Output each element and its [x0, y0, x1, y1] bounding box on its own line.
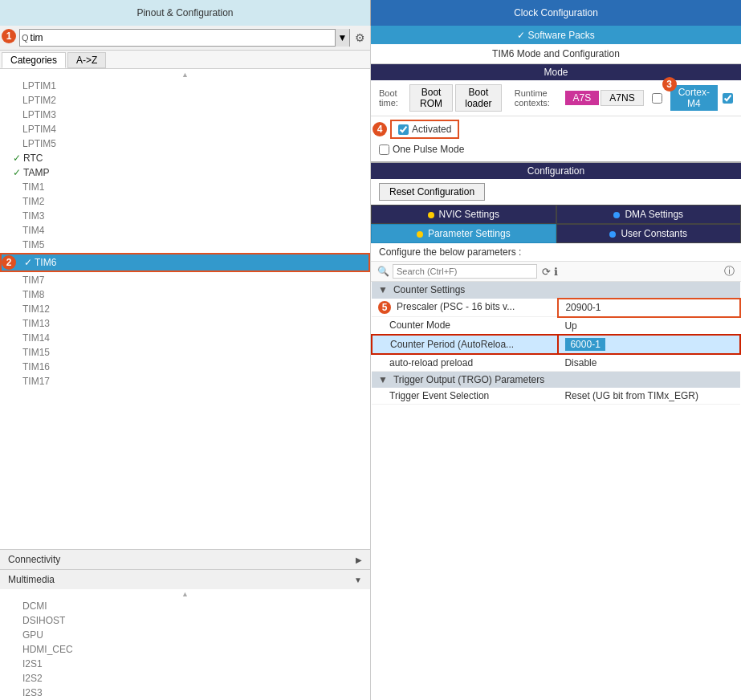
list-item-tim17[interactable]: TIM17 [0, 374, 370, 389]
boot-rom-button[interactable]: Boot ROM [409, 84, 453, 112]
multimedia-section: Multimedia ▼ ▲ DCMI DSIHOST GPU HDMI_CEC… [0, 569, 370, 700]
nvic-settings-tab[interactable]: NVIC Settings [371, 205, 556, 224]
badge-5: 5 [378, 301, 391, 314]
connectivity-arrow-icon: ▶ [356, 556, 362, 564]
badge-1: 1 [2, 29, 16, 43]
multimedia-header[interactable]: Multimedia ▼ [0, 570, 370, 589]
list-item-tim4[interactable]: TIM4 [0, 223, 370, 238]
list-item-dsihost[interactable]: DSIHOST [0, 613, 370, 628]
boot-row: Boot time: Boot ROM Boot loader Runtime … [371, 80, 741, 116]
tab-az[interactable]: A->Z [67, 52, 106, 68]
config-describe: Configure the below parameters : [371, 243, 741, 262]
reset-config-button[interactable]: Reset Configuration [379, 183, 485, 201]
search-input[interactable] [31, 30, 335, 46]
software-packs-bar: ✓ Software Packs [371, 26, 741, 44]
badge-4: 4 [373, 122, 387, 136]
tab-categories[interactable]: Categories [2, 52, 66, 68]
counter-settings-toggle-icon[interactable]: ▼ [378, 284, 388, 295]
forward-icon[interactable]: ℹ [554, 266, 558, 278]
list-item-tim3[interactable]: TIM3 [0, 209, 370, 223]
table-row-auto-reload[interactable]: auto-reload preload Disable [372, 354, 740, 372]
list-item-hdmi-cec[interactable]: HDMI_CEC [0, 642, 370, 657]
a7s-button[interactable]: A7S [565, 91, 600, 105]
activated-row: Activated [390, 120, 459, 139]
list-item-tim6[interactable]: ✓TIM6 [0, 253, 370, 272]
table-row-prescaler[interactable]: 5 Prescaler (PSC - 16 bits v... 20900-1 [372, 299, 740, 317]
dropdown-arrow[interactable]: ▼ [335, 29, 349, 47]
scroll-up-arrow: ▲ [0, 71, 370, 79]
search-bar: Q ▼ ⚙ [0, 26, 370, 51]
runtime-label: Runtime contexts: [515, 88, 560, 108]
config-header: Configuration [371, 163, 741, 179]
config-section: Configuration Reset Configuration NVIC S… [371, 161, 741, 700]
list-item-tamp[interactable]: ✓TAMP [0, 165, 370, 180]
parameter-settings-tab[interactable]: Parameter Settings [371, 224, 556, 243]
left-panel: 1 Q ▼ ⚙ Categories A->Z ▲ LPTIM1 LPTIM2 … [0, 26, 371, 700]
list-item-i2s1[interactable]: I2S1 [0, 657, 370, 671]
one-pulse-row: One Pulse Mode [371, 142, 741, 161]
activated-label: Activated [412, 124, 451, 135]
table-row-counter-period[interactable]: Counter Period (AutoReloa... 6000-1 [372, 335, 740, 354]
list-item-rtc[interactable]: ✓RTC [0, 151, 370, 165]
table-row-trigger-event[interactable]: Trigger Event Selection Reset (UG bit fr… [372, 388, 740, 405]
list-item-i2s3[interactable]: I2S3 [0, 686, 370, 700]
user-constants-tab[interactable]: User Constants [556, 224, 742, 243]
cortex-m4-checkbox[interactable] [723, 93, 733, 104]
right-panel-header: Clock Configuration [371, 0, 741, 26]
param-table-container: ▼ Counter Settings 5 Prescaler (PSC - 16… [371, 282, 741, 700]
scroll-up-multimedia: ▲ [0, 589, 370, 599]
left-panel-header: Pinout & Configuration [0, 0, 371, 26]
a7ns-checkbox[interactable] [652, 93, 662, 104]
info-icon[interactable]: ⓘ [724, 264, 735, 279]
tree-list: ▲ LPTIM1 LPTIM2 LPTIM3 LPTIM4 LPTIM5 ✓RT… [0, 69, 370, 549]
settings-tabs-row1: NVIC Settings DMA Settings [371, 205, 741, 224]
search-config-input[interactable] [393, 264, 537, 279]
list-item-tim13[interactable]: TIM13 [0, 316, 370, 331]
boot-time-label: Boot time: [379, 88, 405, 108]
list-item-lptim4[interactable]: LPTIM4 [0, 122, 370, 136]
boot-loader-button[interactable]: Boot loader [455, 84, 502, 112]
tabs-bar: Categories A->Z [0, 51, 370, 69]
one-pulse-label: One Pulse Mode [393, 144, 464, 155]
mode-header: Mode [371, 64, 741, 80]
counter-settings-header-row: ▼ Counter Settings [372, 282, 740, 299]
search-prefix: Q [20, 33, 31, 43]
list-item-tim5[interactable]: TIM5 [0, 238, 370, 252]
list-item-tim15[interactable]: TIM15 [0, 345, 370, 360]
right-panel: ✓ Software Packs TIM6 Mode and Configura… [371, 26, 741, 700]
back-icon[interactable]: ⟳ [542, 266, 551, 278]
list-item-tim2[interactable]: TIM2 [0, 194, 370, 209]
list-item-lptim1[interactable]: LPTIM1 [0, 79, 370, 93]
list-item-tim7[interactable]: TIM7 [0, 273, 370, 287]
list-item-lptim5[interactable]: LPTIM5 [0, 136, 370, 151]
param-table: ▼ Counter Settings 5 Prescaler (PSC - 16… [371, 282, 741, 405]
badge-2: 2 [2, 255, 16, 270]
activated-checkbox[interactable] [398, 124, 409, 135]
connectivity-header[interactable]: Connectivity ▶ [0, 550, 370, 569]
table-row-counter-mode[interactable]: Counter Mode Up [372, 317, 740, 335]
search-config-bar: 🔍 ⟳ ℹ ⓘ [371, 262, 741, 282]
mode-section: Mode Boot time: Boot ROM Boot loader Run… [371, 64, 741, 161]
trigger-section-header-row: ▼ Trigger Output (TRGO) Parameters [372, 371, 740, 388]
list-item-i2s2[interactable]: I2S2 [0, 671, 370, 686]
list-item-gpu[interactable]: GPU [0, 628, 370, 642]
a7ns-button[interactable]: A7NS [601, 90, 643, 106]
multimedia-arrow-icon: ▼ [354, 576, 362, 584]
list-item-dcmi[interactable]: DCMI [0, 599, 370, 613]
trigger-toggle-icon[interactable]: ▼ [378, 374, 388, 385]
list-item-tim1[interactable]: TIM1 [0, 180, 370, 194]
multimedia-items: ▲ DCMI DSIHOST GPU HDMI_CEC I2S1 I2S2 I2… [0, 589, 370, 700]
list-item-tim14[interactable]: TIM14 [0, 331, 370, 345]
list-item-tim16[interactable]: TIM16 [0, 360, 370, 374]
connectivity-section: Connectivity ▶ [0, 549, 370, 569]
search-config-icon: 🔍 [377, 266, 389, 277]
list-item-lptim2[interactable]: LPTIM2 [0, 93, 370, 108]
list-item-lptim3[interactable]: LPTIM3 [0, 108, 370, 122]
list-item-tim12[interactable]: TIM12 [0, 302, 370, 316]
list-item-tim8[interactable]: TIM8 [0, 287, 370, 302]
cortex-m4-button[interactable]: Cortex-M4 [670, 85, 718, 111]
one-pulse-checkbox[interactable] [379, 144, 389, 155]
gear-icon[interactable]: ⚙ [355, 31, 365, 44]
badge-3: 3 [662, 77, 677, 92]
dma-settings-tab[interactable]: DMA Settings [556, 205, 742, 224]
